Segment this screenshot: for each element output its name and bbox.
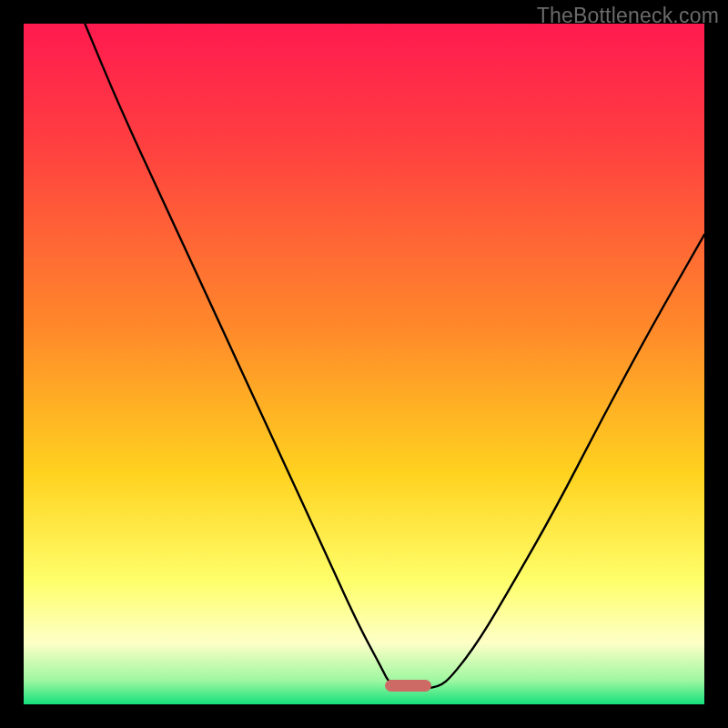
plot-area: [24, 24, 704, 704]
watermark-text: TheBottleneck.com: [537, 4, 719, 28]
bottleneck-curve: [24, 24, 704, 704]
optimal-range-marker: [385, 680, 431, 692]
chart-stage: TheBottleneck.com: [0, 0, 728, 728]
